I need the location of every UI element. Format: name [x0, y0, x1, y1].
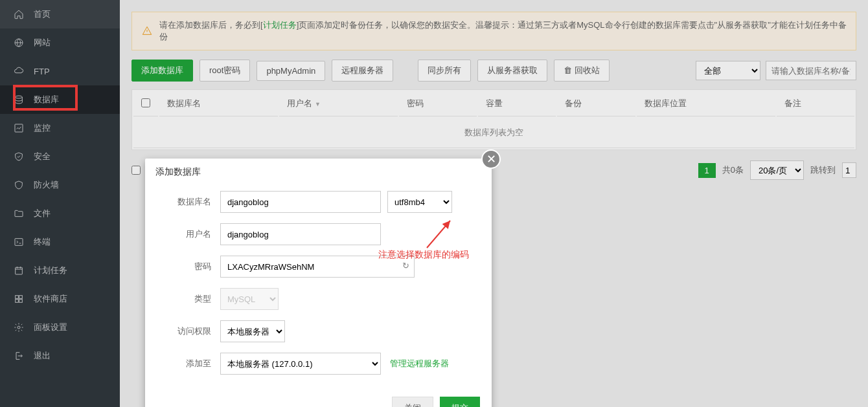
sidebar-item-cron[interactable]: 计划任务 [0, 256, 120, 285]
sidebar-item-security[interactable]: 安全 [0, 142, 120, 171]
username-label: 用户名 [165, 228, 220, 240]
type-select[interactable]: MySQL [220, 288, 279, 310]
modal-title: 添加数据库 [145, 159, 492, 186]
sidebar-item-label: 软件商店 [34, 293, 67, 305]
sidebar-item-label: 数据库 [34, 94, 59, 105]
folder-icon [13, 208, 25, 219]
submit-button[interactable]: 提交 [440, 397, 480, 407]
database-icon [13, 94, 25, 105]
sidebar: 首页 网站 FTP 数据库 监控 安全 防火墙 文件 终端 计划任务 软件商店 … [0, 0, 120, 407]
cancel-button[interactable]: 关闭 [392, 397, 433, 407]
sidebar-item-logout[interactable]: 退出 [0, 342, 120, 370]
modal-close-button[interactable]: ✕ [481, 149, 501, 169]
username-input[interactable] [220, 223, 381, 245]
home-icon [13, 8, 25, 20]
type-label: 类型 [165, 293, 220, 305]
svg-rect-6 [19, 296, 23, 299]
calendar-icon [13, 265, 25, 276]
svg-rect-4 [16, 267, 23, 274]
dbname-label: 数据库名 [165, 196, 220, 208]
shield-icon [13, 151, 25, 162]
access-select[interactable]: 本地服务器 [220, 320, 285, 342]
charset-select[interactable]: utf8mb4 [387, 191, 452, 213]
sidebar-item-label: 文件 [34, 208, 51, 219]
svg-rect-8 [19, 300, 23, 303]
sidebar-item-label: 防火墙 [34, 179, 59, 191]
terminal-icon [13, 236, 25, 248]
wall-icon [13, 179, 25, 191]
annotation-text: 注意选择数据库的编码 [378, 249, 469, 261]
svg-point-1 [16, 96, 23, 98]
sidebar-item-label: 终端 [34, 236, 51, 248]
gear-icon [13, 322, 25, 333]
sidebar-item-label: 安全 [34, 151, 51, 162]
manage-remote-link[interactable]: 管理远程服务器 [390, 358, 449, 369]
access-label: 访问权限 [165, 325, 220, 337]
cloud-icon [13, 65, 25, 77]
refresh-password-icon[interactable]: ↻ [402, 261, 409, 270]
sidebar-item-label: 首页 [34, 8, 51, 20]
svg-rect-3 [15, 239, 23, 246]
addto-select[interactable]: 本地服务器 (127.0.0.1) [220, 353, 381, 375]
sidebar-item-monitor[interactable]: 监控 [0, 114, 120, 142]
add-database-modal: ✕ 添加数据库 数据库名 utf8mb4 用户名 密码 ↻ 类型 MySQL 访… [145, 159, 492, 407]
chart-icon [13, 122, 25, 134]
sidebar-item-settings[interactable]: 面板设置 [0, 313, 120, 342]
dbname-input[interactable] [220, 191, 381, 213]
sidebar-item-label: FTP [34, 67, 50, 76]
sidebar-item-ftp[interactable]: FTP [0, 57, 120, 85]
sidebar-item-terminal[interactable]: 终端 [0, 228, 120, 256]
password-label: 密码 [165, 261, 220, 272]
sidebar-item-label: 监控 [34, 122, 51, 134]
sidebar-item-home[interactable]: 首页 [0, 0, 120, 28]
svg-rect-5 [16, 296, 19, 299]
svg-rect-7 [16, 300, 19, 303]
sidebar-item-label: 面板设置 [34, 322, 67, 333]
addto-label: 添加至 [165, 358, 220, 369]
sidebar-item-store[interactable]: 软件商店 [0, 285, 120, 313]
sidebar-item-database[interactable]: 数据库 [0, 85, 120, 114]
sidebar-item-label: 网站 [34, 37, 51, 49]
svg-point-9 [17, 326, 20, 329]
sidebar-item-files[interactable]: 文件 [0, 199, 120, 228]
sidebar-item-label: 退出 [34, 350, 51, 362]
sidebar-item-label: 计划任务 [34, 265, 67, 276]
logout-icon [13, 350, 25, 362]
globe-icon [13, 37, 25, 49]
grid-icon [13, 293, 25, 305]
sidebar-item-firewall[interactable]: 防火墙 [0, 171, 120, 199]
sidebar-item-site[interactable]: 网站 [0, 28, 120, 57]
